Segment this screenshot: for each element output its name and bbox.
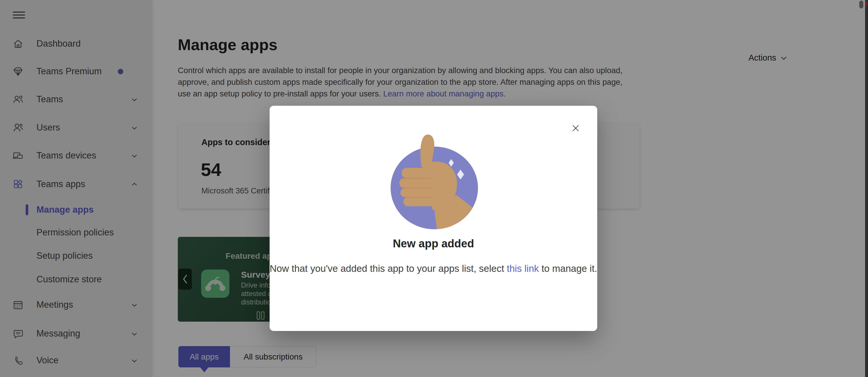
close-icon[interactable] (571, 123, 581, 133)
this-link[interactable]: this link (507, 263, 539, 274)
new-app-added-dialog: New app added Now that you've added this… (270, 106, 597, 331)
dialog-title: New app added (270, 238, 597, 250)
thumbs-up-illustration (391, 146, 478, 230)
dialog-body: Now that you've added this app to your a… (270, 263, 597, 274)
